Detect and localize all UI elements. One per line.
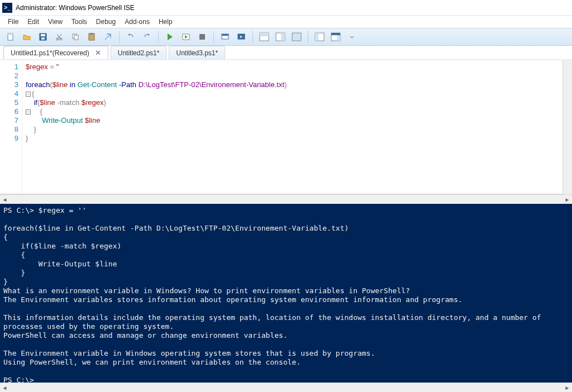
editor-vertical-scrollbar[interactable] <box>563 60 572 194</box>
menu-edit[interactable]: Edit <box>23 17 44 27</box>
code-line: if($line -match $regex) <box>26 98 569 107</box>
stop-icon[interactable] <box>195 30 209 44</box>
run-icon[interactable] <box>163 30 177 44</box>
scroll-left-icon[interactable]: ◄ <box>0 383 9 392</box>
line-number: 7 <box>2 116 18 125</box>
file-tabs: Untitled1.ps1*(Recovered)✕Untitled2.ps1*… <box>0 46 572 60</box>
svg-rect-2 <box>40 34 46 40</box>
svg-rect-23 <box>331 33 340 41</box>
svg-rect-7 <box>73 34 77 39</box>
code-line: $regex = '' <box>26 63 569 71</box>
show-script-top-icon[interactable] <box>257 30 271 44</box>
line-number: 4 <box>2 89 18 98</box>
code-line: Write-Output $line <box>26 116 569 125</box>
redo-icon[interactable] <box>140 30 154 44</box>
toolbar <box>0 28 572 46</box>
code-line: } <box>26 125 569 134</box>
line-number: 1 <box>2 63 18 71</box>
line-number: 6 <box>2 107 18 116</box>
save-icon[interactable] <box>36 30 50 44</box>
console-pane[interactable]: PS C:\> $regex = '' foreach($line in Get… <box>0 204 572 383</box>
menubar: FileEditViewToolsDebugAdd-onsHelp <box>0 16 572 28</box>
file-tab-label: Untitled2.ps1* <box>118 49 160 57</box>
svg-rect-11 <box>183 34 189 40</box>
clear-icon[interactable] <box>101 30 115 44</box>
code-line: foreach($line in Get-Content -Path D:\Lo… <box>26 80 569 89</box>
svg-rect-17 <box>260 33 269 36</box>
file-tab-label: Untitled3.ps1* <box>176 49 218 57</box>
close-icon[interactable]: ✕ <box>95 49 101 56</box>
svg-rect-3 <box>41 34 45 36</box>
editor-horizontal-scrollbar[interactable]: ◄ ► <box>0 194 572 204</box>
show-script-right-icon[interactable] <box>273 30 288 44</box>
scroll-left-icon[interactable]: ◄ <box>0 195 9 204</box>
code-line: } <box>26 134 569 143</box>
script-editor[interactable]: $regex = ''foreach($line in Get-Content … <box>22 60 572 194</box>
new-remote-icon[interactable] <box>218 30 232 44</box>
toolbar-separator <box>252 31 253 43</box>
new-file-icon[interactable] <box>3 30 18 44</box>
show-script-max-icon[interactable] <box>289 30 304 44</box>
code-line: −{ <box>26 89 569 98</box>
line-number: 8 <box>2 125 18 134</box>
svg-rect-13 <box>222 34 228 39</box>
svg-point-5 <box>56 38 59 40</box>
script-editor-pane: 123456789 $regex = ''foreach($line in Ge… <box>0 60 572 204</box>
start-remote-icon[interactable] <box>234 30 249 44</box>
window-title: Administrator: Windows PowerShell ISE <box>16 4 135 12</box>
svg-rect-21 <box>315 33 324 41</box>
svg-rect-14 <box>222 34 228 36</box>
undo-icon[interactable] <box>123 30 138 44</box>
line-number: 9 <box>2 134 18 143</box>
svg-point-6 <box>60 38 62 40</box>
svg-rect-18 <box>276 33 285 41</box>
open-file-icon[interactable] <box>20 30 34 44</box>
svg-rect-22 <box>315 33 318 41</box>
fold-minus-icon[interactable]: − <box>26 109 31 114</box>
menu-file[interactable]: File <box>3 17 23 27</box>
menu-help[interactable]: Help <box>154 17 177 27</box>
options-icon[interactable] <box>345 30 359 44</box>
cut-icon[interactable] <box>52 30 66 44</box>
line-number: 2 <box>2 71 18 80</box>
code-line <box>26 71 569 80</box>
file-tab[interactable]: Untitled3.ps1* <box>169 46 225 59</box>
scroll-right-icon[interactable]: ► <box>563 195 572 204</box>
line-number: 5 <box>2 98 18 107</box>
show-command-icon[interactable] <box>312 30 327 44</box>
code-line: − { <box>26 107 569 116</box>
console-horizontal-scrollbar[interactable]: ◄ ► <box>0 383 572 392</box>
svg-rect-8 <box>74 35 78 40</box>
menu-debug[interactable]: Debug <box>92 17 120 27</box>
svg-rect-1 <box>8 34 13 35</box>
svg-rect-9 <box>89 34 94 40</box>
svg-rect-20 <box>292 33 301 41</box>
show-commands-addon-icon[interactable] <box>328 30 343 44</box>
toolbar-separator <box>308 31 308 43</box>
menu-view[interactable]: View <box>44 17 67 27</box>
file-tab[interactable]: Untitled1.ps1*(Recovered)✕ <box>3 46 108 59</box>
fold-minus-icon[interactable]: − <box>26 92 31 97</box>
svg-rect-12 <box>199 34 205 40</box>
file-tab-label: Untitled1.ps1*(Recovered) <box>11 49 89 57</box>
toolbar-separator <box>213 31 214 43</box>
menu-tools[interactable]: Tools <box>67 17 92 27</box>
toolbar-separator <box>119 31 120 43</box>
titlebar: >_ Administrator: Windows PowerShell ISE <box>0 0 572 16</box>
svg-rect-19 <box>281 33 285 41</box>
svg-rect-4 <box>41 37 45 40</box>
toolbar-separator <box>158 31 159 43</box>
svg-rect-25 <box>337 35 340 41</box>
paste-icon[interactable] <box>84 30 99 44</box>
copy-icon[interactable] <box>68 30 83 44</box>
svg-rect-10 <box>90 33 93 35</box>
file-tab[interactable]: Untitled2.ps1* <box>111 46 167 59</box>
line-number: 3 <box>2 80 18 89</box>
svg-rect-24 <box>331 33 340 35</box>
run-selection-icon[interactable] <box>179 30 193 44</box>
scroll-right-icon[interactable]: ► <box>563 383 572 392</box>
editor-gutter: 123456789 <box>0 60 22 194</box>
svg-rect-0 <box>8 34 13 40</box>
menu-add-ons[interactable]: Add-ons <box>120 17 154 27</box>
svg-rect-15 <box>238 34 245 39</box>
